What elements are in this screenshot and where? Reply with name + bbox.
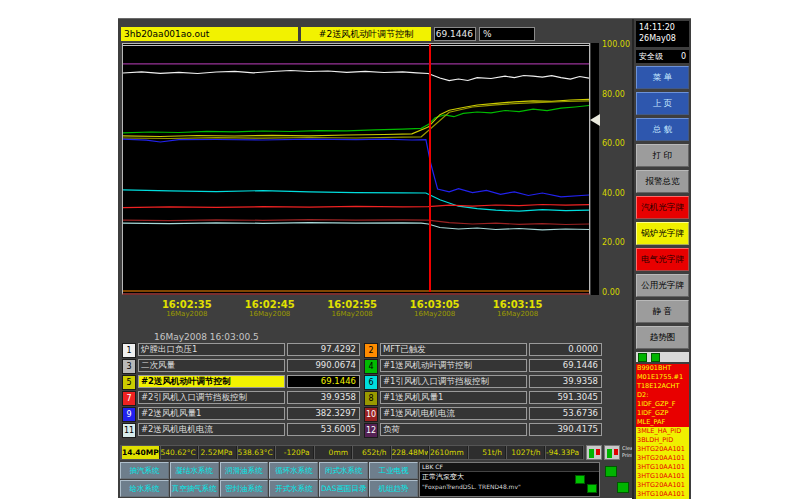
selected-pen-value: 69.1446 (434, 27, 476, 41)
link-status-icons (604, 464, 630, 497)
trend-series (123, 205, 589, 208)
sidebar-button[interactable]: 报警总览 (636, 170, 689, 193)
sidebar-button[interactable]: 菜 单 (636, 66, 689, 89)
time-tick: 16:02:5516May2008 (312, 299, 392, 318)
alarm-item[interactable]: 3HTG20AA101 (636, 445, 689, 454)
pen-color-chip: 12 (364, 423, 378, 438)
sidebar-button[interactable]: 电气光字牌 (636, 248, 689, 271)
alarm-item[interactable]: 1IDF_GZP (636, 409, 689, 418)
system-buttons-row1: 抽汽系统凝结水系统润滑油系统循环水系统闭式水系统工业电视 (120, 462, 418, 479)
x-axis: 16:02:3516May200816:02:4516May200816:02:… (122, 299, 590, 325)
alarm-item[interactable]: 3HTG10AA101 (636, 490, 689, 499)
alarm-item[interactable]: 3HTG10AA101 (636, 472, 689, 481)
alarm-item[interactable]: M01E1755.#1 (636, 373, 689, 382)
pen-color-chip: 11 (122, 423, 136, 438)
point-tag-field[interactable]: 3hb20aa001ao.out (121, 27, 298, 41)
legend-pen-name[interactable]: MFT已触发 (380, 343, 527, 356)
system-button[interactable]: 工业电视 (369, 462, 418, 479)
printer-indicator-icon[interactable] (604, 445, 620, 460)
status-value: 652t/h (352, 446, 391, 459)
security-value: 0 (681, 50, 686, 63)
tick-time-label: 16:03:05 (395, 299, 475, 310)
alarm-item[interactable]: 3MLE_HA_PID (636, 427, 689, 436)
alarm-item[interactable]: 3HTG10AA101 (636, 463, 689, 472)
alarm-item[interactable]: 3HTG20AA101 (636, 481, 689, 490)
legend-column-left: 1炉膛出口负压197.42923二次风量990.06745#2送风机动叶调节控制… (122, 343, 360, 436)
alarm-item[interactable]: MLE_PAF (636, 418, 689, 427)
y-axis-label: 60.00 (602, 139, 625, 148)
tick-date-label: 16May2008 (478, 310, 558, 318)
y-axis-label: 20.00 (602, 238, 625, 247)
time-cursor-line[interactable] (429, 44, 431, 292)
legend-row: 10#1送风机电机电流53.6736 (364, 407, 602, 420)
system-button[interactable]: 密封油系统 (220, 480, 269, 497)
legend-row: 12负荷390.4175 (364, 423, 602, 436)
system-button[interactable]: 给水系统 (120, 480, 169, 497)
legend-pen-name[interactable]: #1引风机入口调节挡板控制 (380, 375, 527, 388)
sidebar-button[interactable]: 趋势图 (636, 326, 689, 349)
legend-pen-name[interactable]: #1送风机电机电流 (380, 407, 527, 420)
legend-pen-name[interactable]: #2送风机动叶调节控制 (138, 375, 285, 388)
sidebar-button[interactable]: 总 貌 (636, 118, 689, 141)
process-status-bar: 14.40MPa540.62°C2.52MPa538.63°C-120Pa0mm… (120, 445, 584, 460)
trend-chart[interactable] (122, 43, 590, 295)
system-button[interactable]: 润滑油系统 (220, 462, 269, 479)
legend-pen-name[interactable]: #2送风机电机电流 (138, 423, 285, 436)
legend-row: 1炉膛出口负压197.4292 (122, 343, 360, 356)
system-button[interactable]: 抽汽系统 (120, 462, 169, 479)
alarm-item[interactable]: 3HTG20AA101 (636, 454, 689, 463)
sidebar-button[interactable]: 公用光字牌 (636, 274, 689, 297)
legend-row: 9#2送风机风量1382.3297 (122, 407, 360, 420)
pen-color-chip: 2 (364, 343, 378, 358)
legend-pen-name[interactable]: #2送风机风量1 (138, 407, 285, 420)
system-button[interactable]: DAS画面目录 (319, 480, 368, 497)
system-button[interactable]: 闭式水系统 (319, 462, 368, 479)
console-message: 正常汽泵变大 (420, 472, 599, 482)
system-button[interactable]: 真空抽气系统 (170, 480, 219, 497)
legend-pen-value: 53.6736 (529, 407, 602, 420)
legend-pen-name[interactable]: 负荷 (380, 423, 527, 436)
alarm-item[interactable]: B9901BHT (636, 364, 689, 373)
sidebar-button[interactable]: 上 页 (636, 92, 689, 115)
time-tick: 16:03:0516May2008 (395, 299, 475, 318)
sidebar-button[interactable]: 打 印 (636, 144, 689, 167)
system-button[interactable]: 开式水系统 (269, 480, 318, 497)
alarm-led-icons (636, 352, 689, 362)
legend-pen-value: 53.6005 (287, 423, 360, 436)
trend-series (123, 101, 589, 139)
selected-pen-title[interactable]: #2送风机动叶调节控制 (301, 27, 431, 41)
legend-pen-name[interactable]: 炉膛出口负压1 (138, 343, 285, 356)
printer-indicator-icon[interactable] (586, 445, 602, 460)
sidebar-button[interactable]: 锅炉光字牌 (636, 222, 689, 245)
legend-pen-name[interactable]: #2引风机入口调节挡板控制 (138, 391, 285, 404)
sidebar-button[interactable]: 汽机光字牌 (636, 196, 689, 219)
legend-pen-name[interactable]: 二次风量 (138, 359, 285, 372)
legend-row: 3二次风量990.0674 (122, 359, 360, 372)
trend-series (123, 139, 589, 197)
alarm-item[interactable]: 3BLDH_PID (636, 436, 689, 445)
legend-pen-name[interactable]: #1送风机动叶调节控制 (380, 359, 527, 372)
time-tick: 16:02:3516May2008 (147, 299, 227, 318)
legend-row: 8#1送风机风量1591.3045 (364, 391, 602, 404)
tick-time-label: 16:02:45 (230, 299, 310, 310)
trend-series (123, 106, 589, 133)
security-level: 安全级 0 (636, 50, 689, 63)
system-button[interactable]: 循环水系统 (269, 462, 318, 479)
sidebar-button[interactable]: 静 音 (636, 300, 689, 323)
legend-row: 4#1送风机动叶调节控制69.1446 (364, 359, 602, 372)
alarm-item[interactable]: 1IDF_GZP_F (636, 400, 689, 409)
y-axis-label: 100.00 (602, 40, 630, 49)
security-label: 安全级 (639, 50, 663, 63)
alarm-item[interactable]: D2: (636, 391, 689, 400)
time-tick: 16:03:1516May2008 (478, 299, 558, 318)
system-button[interactable]: 机组趋势 (369, 480, 418, 497)
y-axis-label: 80.00 (602, 90, 625, 99)
system-button[interactable]: 凝结水系统 (170, 462, 219, 479)
pen-color-chip: 10 (364, 407, 378, 422)
pen-color-chip: 6 (364, 375, 378, 390)
legend-pen-name[interactable]: #1送风机风量1 (380, 391, 527, 404)
status-value: 0mm (314, 446, 353, 459)
value-pointer-icon[interactable] (590, 114, 600, 126)
tick-date-label: 16May2008 (147, 310, 227, 318)
alarm-item[interactable]: T18E12ACHT (636, 382, 689, 391)
